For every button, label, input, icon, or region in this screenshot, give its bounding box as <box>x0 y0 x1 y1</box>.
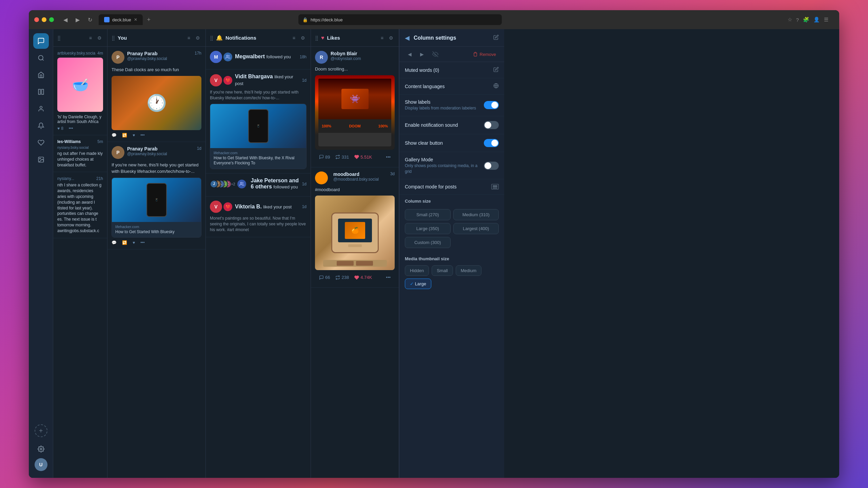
sidebar-item-notifications[interactable] <box>33 118 49 134</box>
like-button[interactable]: ♥ <box>133 240 135 245</box>
column-4-settings-button[interactable]: ⚙ <box>388 34 395 42</box>
list-item[interactable]: les-Williams 5m nysiany.bsky.social ng o… <box>53 135 107 172</box>
size-largest-button[interactable]: Largest (400) <box>453 223 499 234</box>
forward-button[interactable]: ▶ <box>73 15 82 24</box>
notification-sound-toggle[interactable] <box>484 121 499 129</box>
list-item[interactable]: M Megwalbert followed you 18h <box>206 47 311 69</box>
list-item[interactable]: J P A B C +2 <box>206 174 311 197</box>
sidebar-item-home[interactable] <box>33 67 49 83</box>
column-3-settings-button[interactable]: ⚙ <box>299 34 307 42</box>
show-labels-toggle[interactable] <box>484 101 499 109</box>
back-button[interactable]: ◀ <box>61 15 70 24</box>
profile-icon[interactable]: 👤 <box>813 17 820 23</box>
muted-words-row[interactable]: Muted words (0) <box>399 62 504 78</box>
link-domain: lifehacker.com <box>214 151 303 155</box>
column-4-filter-button[interactable]: ≡ <box>379 34 385 42</box>
repost-button[interactable]: 🔁 <box>122 133 127 138</box>
size-large-button[interactable]: Large (350) <box>405 223 451 234</box>
maximize-window-button[interactable] <box>49 17 54 22</box>
list-item[interactable]: moodboard @moodboard.bsky.social 3d #moo… <box>311 167 399 288</box>
list-item[interactable]: V ❤️ Vidit Bhargava liked your post 1d I… <box>206 69 311 174</box>
more-button[interactable]: ••• <box>140 133 145 138</box>
address-bar[interactable]: 🔒 https://deck.blue <box>298 14 502 25</box>
user-avatar[interactable]: U <box>35 458 47 471</box>
column-1-settings-button[interactable]: ⚙ <box>96 34 103 42</box>
more-button[interactable]: ••• <box>386 275 391 280</box>
more-button[interactable]: ••• <box>140 240 145 245</box>
notif-username: Megwalbert <box>235 54 265 59</box>
sidebar-item-likes[interactable] <box>33 135 49 150</box>
sidebar-item-profile[interactable] <box>33 101 49 117</box>
content-languages-row[interactable]: Content languages <box>399 78 504 95</box>
sidebar-item-columns[interactable] <box>33 84 49 100</box>
post-time: 4m <box>97 51 103 56</box>
more-button[interactable]: ••• <box>386 155 391 160</box>
size-custom-button[interactable]: Custom (300) <box>405 237 451 248</box>
gallery-mode-row[interactable]: Gallery Mode Only shows posts containing… <box>399 152 504 180</box>
add-column-button[interactable]: + <box>35 424 47 437</box>
columns-area: ⣿ ≡ ⚙ artbluesky.bsky.socia 4m 🥣 <box>53 29 839 478</box>
size-small-button[interactable]: Small (270) <box>405 209 451 220</box>
link-preview-card[interactable]: 📱 lifehacker.com How to Get Started With… <box>210 104 307 169</box>
menu-icon[interactable]: ☰ <box>824 17 828 23</box>
bookmark-icon[interactable]: ☆ <box>788 17 792 23</box>
compact-mode-row[interactable]: Compact mode for posts <box>399 179 504 195</box>
post-content: nth I share a collection g awards, resid… <box>57 182 103 233</box>
sidebar-item-media[interactable] <box>33 152 49 167</box>
reply-button[interactable]: 💬 <box>112 240 117 245</box>
sidebar-item-compose[interactable] <box>33 33 49 49</box>
drag-handle-icon: ⣿ <box>210 35 213 41</box>
gallery-mode-toggle[interactable] <box>484 162 499 170</box>
extensions-icon[interactable]: 🧩 <box>803 17 809 23</box>
close-window-button[interactable] <box>34 17 39 22</box>
svg-point-5 <box>39 158 40 159</box>
show-clear-button-title: Show clear button <box>405 140 480 146</box>
tab-close-button[interactable]: ✕ <box>134 17 137 22</box>
like-button[interactable]: ♥ 8 <box>57 126 63 131</box>
list-item[interactable]: P Pranay Parab @prawnay.bsky.social 1d I… <box>107 142 205 250</box>
sidebar-item-settings[interactable] <box>33 441 49 457</box>
notif-time: 1d <box>302 78 307 83</box>
link-preview-card[interactable]: 📱 lifehacker.com How to Get Started With… <box>112 178 201 238</box>
remove-column-button[interactable]: Remove <box>470 50 499 58</box>
like-button[interactable]: ♥ <box>133 133 135 138</box>
column-1-filter-button[interactable]: ≡ <box>88 34 93 42</box>
post-time: 1d <box>197 146 201 151</box>
prev-column-button[interactable]: ◀ <box>405 49 414 59</box>
show-clear-button-row[interactable]: Show clear button <box>399 134 504 152</box>
show-labels-row[interactable]: Show labels Display labels from moderati… <box>399 95 504 116</box>
thumb-hidden-button[interactable]: Hidden <box>405 265 429 276</box>
sidebar-item-search[interactable] <box>33 50 49 66</box>
next-column-button[interactable]: ▶ <box>417 49 427 59</box>
notif-action: followed you <box>266 54 291 59</box>
settings-back-button[interactable]: ◀ <box>405 34 410 42</box>
list-item[interactable]: nysiany... 21h nth I share a collection … <box>53 172 107 238</box>
active-tab[interactable]: deck.blue ✕ <box>99 14 143 25</box>
column-3-filter-button[interactable]: ≡ <box>291 34 297 42</box>
show-clear-toggle[interactable] <box>484 139 499 147</box>
settings-edit-icon[interactable] <box>493 35 499 41</box>
help-icon[interactable]: ? <box>796 17 799 23</box>
reply-button[interactable]: 💬 <box>112 133 117 138</box>
refresh-button[interactable]: ↻ <box>85 15 95 24</box>
notification-sound-row[interactable]: Enable notification sound <box>399 116 504 134</box>
post-image: 🥣 <box>57 58 103 112</box>
notifications-icon: 🔔 <box>216 35 223 41</box>
minimize-window-button[interactable] <box>42 17 46 22</box>
hide-column-button[interactable] <box>429 49 441 59</box>
thumb-medium-button[interactable]: Medium <box>456 265 481 276</box>
list-item[interactable]: V ❤️ Viktoria B. liked your post 1d Mone… <box>206 197 311 237</box>
list-item[interactable]: P Pranay Parab @prawnay.bsky.social 17h … <box>107 47 205 142</box>
thumb-large-button[interactable]: Large <box>405 279 431 289</box>
column-3-content: M Megwalbert followed you 18h <box>206 47 311 478</box>
follower-avatars: J P A B C +2 <box>210 180 246 188</box>
column-2-settings-button[interactable]: ⚙ <box>194 34 201 42</box>
repost-button[interactable]: 🔁 <box>122 240 127 245</box>
size-medium-button[interactable]: Medium (310) <box>453 209 499 220</box>
list-item[interactable]: R Robyn Blair @robynslair.com Doom scrol… <box>311 47 399 167</box>
thumb-small-button[interactable]: Small <box>432 265 453 276</box>
column-2-filter-button[interactable]: ≡ <box>186 34 192 42</box>
new-tab-button[interactable]: + <box>144 15 154 24</box>
list-item[interactable]: artbluesky.bsky.socia 4m 🥣 'ls' by Danie… <box>53 47 107 135</box>
more-button[interactable]: ••• <box>69 126 73 131</box>
